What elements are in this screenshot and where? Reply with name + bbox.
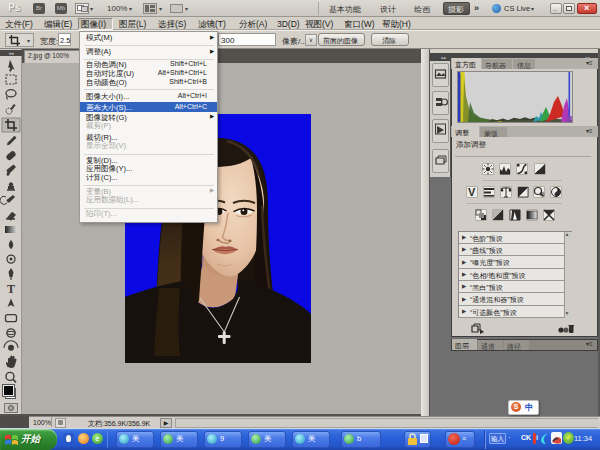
svg-text:V: V bbox=[468, 186, 476, 198]
svg-text:T: T bbox=[7, 282, 15, 296]
